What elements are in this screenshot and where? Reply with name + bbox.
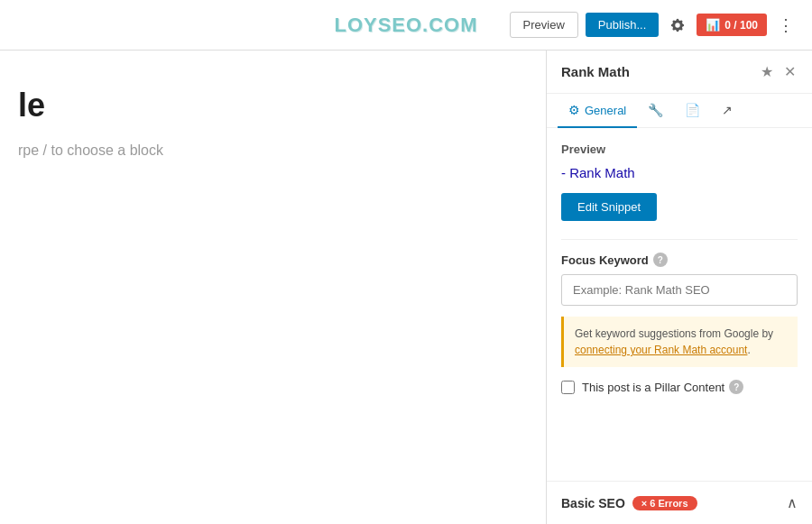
wrench-icon: 🔧	[648, 103, 663, 117]
panel-title: Rank Math	[561, 64, 630, 79]
info-text-after: .	[747, 344, 750, 356]
chevron-up-icon: ∧	[787, 495, 798, 510]
share-icon: ↗	[722, 103, 733, 117]
connect-account-link[interactable]: connecting your Rank Math account	[575, 344, 747, 356]
settings-button[interactable]	[666, 14, 689, 37]
tab-social[interactable]: ↗	[711, 94, 743, 128]
close-panel-button[interactable]: ✕	[782, 61, 798, 82]
editor-title[interactable]: le	[18, 87, 510, 124]
publish-button[interactable]: Publish...	[586, 13, 659, 37]
preview-section-label: Preview	[561, 142, 798, 156]
editor-area: le rpe / to choose a block	[0, 51, 546, 524]
panel-header-icons: ★ ✕	[759, 61, 798, 82]
star-icon: ★	[761, 64, 773, 79]
logo: LOYSEO.COM	[334, 14, 477, 37]
more-options-button[interactable]: ⋮	[774, 12, 798, 39]
chart-icon: 📊	[706, 18, 720, 32]
tab-schema[interactable]: 📄	[674, 94, 711, 128]
star-button[interactable]: ★	[759, 61, 775, 82]
focus-keyword-input[interactable]	[561, 274, 798, 306]
top-bar: LOYSEO.COM Preview Publish... 📊 0 / 100 …	[0, 0, 812, 51]
rank-math-panel: Rank Math ★ ✕ ⚙ General 🔧 📄 ↗ Preview - …	[546, 51, 812, 524]
panel-header: Rank Math ★ ✕	[547, 51, 812, 94]
divider	[561, 239, 798, 240]
edit-snippet-button[interactable]: Edit Snippet	[561, 193, 657, 221]
basic-seo-label: Basic SEO × 6 Errors	[561, 496, 697, 510]
score-value: 0 / 100	[724, 19, 758, 32]
pillar-content-label: This post is a Pillar Content ?	[582, 380, 743, 394]
gear-tab-icon: ⚙	[568, 103, 580, 117]
keyword-info-box: Get keyword suggestions from Google by c…	[561, 317, 798, 367]
focus-keyword-label: Focus Keyword ?	[561, 253, 798, 267]
tab-general[interactable]: ⚙ General	[558, 94, 637, 128]
tab-advanced[interactable]: 🔧	[637, 94, 674, 128]
score-badge[interactable]: 📊 0 / 100	[697, 14, 767, 36]
dots-icon: ⋮	[778, 15, 794, 35]
info-text-before: Get keyword suggestions from Google by	[575, 327, 773, 340]
gear-icon	[669, 17, 686, 33]
panel-body: Preview - Rank Math Edit Snippet Focus K…	[547, 128, 812, 481]
close-icon: ✕	[784, 64, 796, 79]
top-bar-actions: Preview Publish... 📊 0 / 100 ⋮	[510, 12, 798, 39]
pillar-content-checkbox[interactable]	[561, 381, 575, 394]
pillar-content-row: This post is a Pillar Content ?	[561, 380, 798, 394]
panel-tabs: ⚙ General 🔧 📄 ↗	[547, 94, 812, 128]
document-icon: 📄	[685, 103, 700, 117]
basic-seo-toggle[interactable]: ∧	[787, 494, 798, 511]
basic-seo-row[interactable]: Basic SEO × 6 Errors ∧	[547, 481, 812, 524]
tab-general-label: General	[585, 104, 626, 117]
preview-title: - Rank Math	[561, 165, 798, 180]
preview-button[interactable]: Preview	[510, 12, 578, 38]
editor-placeholder: rpe / to choose a block	[18, 142, 510, 159]
errors-badge: × 6 Errors	[632, 496, 697, 510]
pillar-content-help[interactable]: ?	[729, 380, 743, 394]
focus-keyword-help[interactable]: ?	[653, 253, 668, 267]
